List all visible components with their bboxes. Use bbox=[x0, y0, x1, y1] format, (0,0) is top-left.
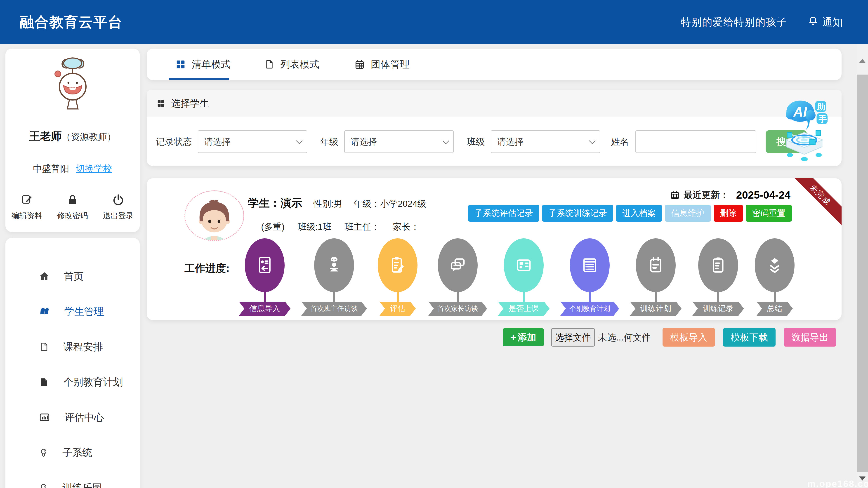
notice-button[interactable]: 通知 bbox=[808, 15, 843, 29]
student-card: 未完成 最近更新： 2025-04-24 学生：演示 性别:男 年级：小学202… bbox=[147, 178, 842, 320]
student-head-teacher: 班主任： bbox=[345, 221, 380, 233]
sidebar-item-iep[interactable]: 个别教育计划 bbox=[5, 364, 140, 400]
active-tab-underline bbox=[169, 78, 229, 80]
sidebar-item-home[interactable]: 首页 bbox=[5, 259, 140, 294]
student-grade: 年级：小学2024级 bbox=[354, 198, 426, 210]
choose-file-button[interactable]: 选择文件 bbox=[551, 328, 595, 347]
sidebar-item-label: 课程安排 bbox=[63, 340, 103, 354]
class-label: 班级 bbox=[467, 135, 485, 148]
student-name-label: 姓名 bbox=[611, 135, 629, 148]
svg-text:助: 助 bbox=[817, 102, 826, 111]
scroll-up-icon[interactable] bbox=[859, 58, 866, 64]
plus-icon: + bbox=[510, 331, 516, 344]
iep-icon bbox=[579, 255, 600, 275]
enter-archive-button[interactable]: 进入档案 bbox=[616, 205, 662, 222]
boy-avatar bbox=[188, 195, 240, 240]
tab-bar: 清单模式 列表模式 团体管理 bbox=[147, 48, 842, 80]
grade-select[interactable]: 请选择 bbox=[344, 130, 454, 153]
edit-profile-button[interactable]: 编辑资料 bbox=[11, 193, 42, 221]
edit-profile-label: 编辑资料 bbox=[11, 210, 42, 221]
power-icon bbox=[112, 193, 125, 206]
student-name: 学生：演示 bbox=[248, 196, 302, 210]
calendar-icon bbox=[354, 59, 365, 70]
watermark: m.ope168.com bbox=[807, 479, 868, 488]
header-slogan: 特别的爱给特别的孩子 bbox=[681, 15, 787, 29]
grid-icon bbox=[176, 59, 186, 70]
info-maintenance-button[interactable]: 信息维护 bbox=[665, 205, 711, 222]
scrollbar[interactable]: m.ope168.com bbox=[857, 44, 868, 488]
student-parent: 家长： bbox=[393, 221, 420, 233]
progress-step-summary[interactable]: 总结 bbox=[755, 238, 795, 316]
teacher-name-row: 王老师 （资源教师） bbox=[29, 129, 116, 143]
add-student-button[interactable]: + 添加 bbox=[503, 328, 544, 346]
progress-step-info-import[interactable]: 信息导入 bbox=[239, 238, 290, 316]
progress-step-attendance[interactable]: 是否上课 bbox=[498, 238, 550, 316]
sidebar-item-label: 评估中心 bbox=[64, 411, 104, 424]
student-action-buttons: 子系统评估记录 子系统训练记录 进入档案 信息维护 删除 密码重置 bbox=[468, 205, 792, 222]
attendance-icon bbox=[513, 255, 534, 275]
student-gender: 性别:男 bbox=[313, 198, 342, 210]
progress-step-training-record[interactable]: 训练记录 bbox=[692, 238, 744, 316]
record-status-select[interactable]: 请选择 bbox=[198, 130, 307, 153]
switch-school-link[interactable]: 切换学校 bbox=[76, 162, 112, 175]
progress-step-training-plan[interactable]: 训练计划 bbox=[630, 238, 682, 316]
student-avatar bbox=[184, 191, 244, 241]
subsystem-assessment-record-button[interactable]: 子系统评估记录 bbox=[468, 205, 539, 222]
logout-label: 退出登录 bbox=[103, 210, 133, 221]
student-class: 班级:1班 bbox=[298, 221, 332, 233]
tab-table-mode[interactable]: 列表模式 bbox=[265, 58, 319, 71]
app-header: 融合教育云平台 特别的爱给特别的孩子 通知 bbox=[0, 0, 868, 44]
assessment-icon bbox=[387, 255, 408, 275]
teacher-name: 王老师 bbox=[29, 129, 62, 143]
file-icon bbox=[39, 341, 49, 352]
delete-button[interactable]: 删除 bbox=[714, 205, 743, 222]
student-info: 学生：演示 性别:男 年级：小学2024级 (多重) 班级:1班 班主任： 家长… bbox=[248, 196, 426, 233]
tab-group-management[interactable]: 团体管理 bbox=[354, 58, 410, 71]
progress-step-teacher-interview[interactable]: 首次班主任访谈 bbox=[301, 238, 367, 316]
last-updated-date: 2025-04-24 bbox=[736, 189, 790, 201]
template-download-button[interactable]: 模板下载 bbox=[723, 328, 776, 347]
ai-assistant-widget[interactable]: AI 助 手 bbox=[780, 97, 828, 163]
last-updated-row: 最近更新： 2025-04-24 bbox=[670, 189, 790, 201]
progress-label: 工作进度: bbox=[184, 261, 229, 275]
ai-assistant-icon: AI 助 手 bbox=[780, 97, 828, 163]
grid-small-icon bbox=[157, 99, 165, 108]
tab-list-mode[interactable]: 清单模式 bbox=[176, 58, 230, 71]
sidebar-item-label: 首页 bbox=[64, 270, 84, 283]
calendar-icon bbox=[670, 190, 680, 200]
bell-icon bbox=[808, 16, 818, 29]
grade-label: 年级 bbox=[320, 135, 338, 148]
progress-step-iep[interactable]: 个别教育计划 bbox=[560, 238, 619, 316]
template-import-button[interactable]: 模板导入 bbox=[662, 328, 715, 347]
svg-text:AI: AI bbox=[793, 104, 807, 120]
password-reset-button[interactable]: 密码重置 bbox=[746, 205, 792, 222]
school-name: 中盛普阳 bbox=[33, 162, 69, 175]
filter-panel: 选择学生 记录状态 请选择 年级 请选择 班级 请选择 姓名 搜索 bbox=[147, 90, 842, 166]
bulb-icon bbox=[39, 447, 49, 458]
sidebar-item-assessment[interactable]: 评估中心 bbox=[5, 400, 140, 435]
sidebar-item-training-park[interactable]: 训练乐园 bbox=[5, 470, 140, 488]
sidebar-item-subsystem[interactable]: 子系统 bbox=[5, 435, 140, 470]
sidebar-item-label: 学生管理 bbox=[64, 305, 104, 318]
tab-label: 列表模式 bbox=[280, 58, 319, 71]
chart-icon bbox=[39, 412, 50, 423]
progress-step-parent-interview[interactable]: 首次家长访谈 bbox=[428, 238, 487, 316]
logout-button[interactable]: 退出登录 bbox=[103, 193, 133, 221]
progress-step-assessment[interactable]: 评估 bbox=[378, 238, 417, 316]
svg-text:手: 手 bbox=[818, 114, 827, 124]
student-name-input[interactable] bbox=[636, 130, 756, 153]
class-select[interactable]: 请选择 bbox=[491, 130, 600, 153]
subsystem-training-record-button[interactable]: 子系统训练记录 bbox=[542, 205, 613, 222]
tab-label: 团体管理 bbox=[371, 58, 410, 71]
filter-body: 记录状态 请选择 年级 请选择 班级 请选择 姓名 搜索 bbox=[147, 117, 842, 166]
sidebar-item-courses[interactable]: 课程安排 bbox=[5, 329, 140, 364]
profile-actions: 编辑资料 修改密码 退出登录 bbox=[11, 193, 133, 221]
sidebar-item-students[interactable]: 学生管理 bbox=[5, 294, 140, 329]
data-export-button[interactable]: 数据导出 bbox=[784, 328, 836, 347]
progress-steps: 信息导入 首次班主任访谈 评估 首次家长访谈 bbox=[239, 238, 795, 316]
nav-card: 首页 学生管理 课程安排 个别教育计划 评估中心 子系统 训练乐园 bbox=[5, 238, 140, 488]
change-password-label: 修改密码 bbox=[57, 210, 88, 221]
change-password-button[interactable]: 修改密码 bbox=[57, 193, 88, 221]
school-row: 中盛普阳 切换学校 bbox=[33, 162, 112, 175]
scrollbar-thumb[interactable] bbox=[857, 74, 868, 472]
